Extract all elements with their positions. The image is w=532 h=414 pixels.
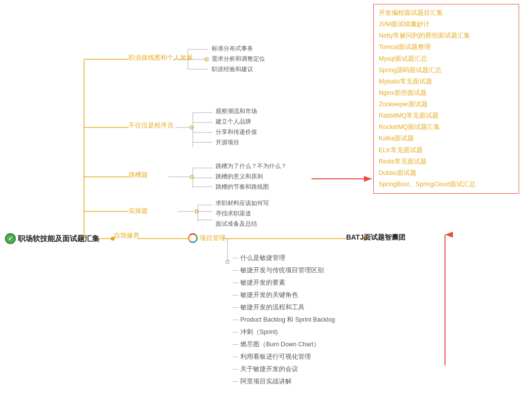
batj-item-4: Mysql面试题汇总 [379, 53, 514, 65]
pm-item-1: 敏捷开发与传统项目管理区别 [227, 264, 335, 277]
batj-node: BATJ面试题智囊团 [346, 233, 405, 242]
shicao-subs: 求职材料应该如何写 寻找求职渠道 面试准备及总结 [216, 199, 269, 228]
batj-item-6: Mybatis常见面试题 [379, 76, 514, 87]
bujin-subs: 观察潮流和市场 建立个人品牌 分享和传递价值 开源项目 [216, 107, 257, 147]
svg-point-29 [195, 210, 199, 213]
pm-item-7: 燃尽图（Burn Down Chart） [227, 338, 335, 351]
root-label: 职场软技能及面试题汇集 [18, 234, 99, 244]
pm-item-9: 关于敏捷开发的会议 [227, 363, 335, 375]
batj-item-11: Kafka面试题 [379, 133, 514, 144]
pm-item-8: 利用看板进行可视化管理 [227, 351, 335, 363]
batj-item-12: ELK常见面试题 [379, 145, 514, 156]
batj-item-7: Nginx那些面试题 [379, 87, 514, 99]
pm-item-2: 敏捷开发的要素 [227, 277, 335, 289]
batj-item-3: Tomcat面试题整理 [379, 41, 514, 53]
pm-item-0: 什么是敏捷管理 [227, 252, 335, 264]
ziwo-node: 自我修养 [114, 231, 139, 240]
tiaocao-branch: 跳槽篇 [129, 170, 148, 179]
pm-item-5: Product Backlog 和 Sprint Backlog [227, 314, 335, 326]
xiangmu-node: 项目管理 [188, 233, 225, 243]
zhiye-subs: 标准分布式事务 需求分析和调整定位 职涯经验和建议 [212, 44, 265, 74]
spinner-icon [188, 233, 198, 243]
pm-item-3: 敏捷开发的关键角色 [227, 289, 335, 301]
batj-item-0: 开发编程面试题目汇集 [379, 7, 514, 19]
batj-item-9: RabbitMQ常见面试题 [379, 110, 514, 122]
batj-box: 开发编程面试题目汇集 JVM面试锦囊妙计 Netty常被问到的那些面试题汇集 T… [373, 4, 519, 194]
batj-item-15: SpringBoot、SpringCloud面试汇总 [379, 179, 514, 190]
pm-item-10: 阿里项目实战讲解 [227, 375, 335, 388]
root-icon: ✓ [5, 233, 16, 244]
pm-item-6: 冲刺（Sprint) [227, 326, 335, 338]
batj-item-1: JVM面试锦囊妙计 [379, 19, 514, 30]
pm-item-4: 敏捷开发的流程和工具 [227, 301, 335, 314]
svg-point-27 [190, 175, 194, 179]
batj-item-8: Zookeeper面试题 [379, 99, 514, 110]
bujin-branch: 不仅仅是程序员 [129, 121, 174, 130]
svg-point-21 [190, 126, 194, 129]
svg-point-13 [205, 58, 209, 61]
tiaocao-subs: 跳槽为了什么？不为什么？ 跳槽的意义和原则 跳槽的节奏和路线图 [216, 162, 287, 191]
batj-item-14: Dubbo面试题 [379, 167, 514, 179]
root-node: ✓ 职场软技能及面试题汇集 [5, 233, 99, 244]
shicao-branch: 实操篇 [129, 207, 148, 215]
pm-items-list: 什么是敏捷管理 敏捷开发与传统项目管理区别 敏捷开发的要素 敏捷开发的关键角色 … [227, 252, 335, 388]
batj-item-2: Netty常被问到的那些面试题汇集 [379, 30, 514, 41]
batj-item-5: Spring源码面试题汇总 [379, 65, 514, 76]
batj-item-13: Redis常见面试题 [379, 156, 514, 167]
mind-map: ✓ 职场软技能及面试题汇集 自我修养 项目管理 BATJ面试题智囊团 职业路线图… [0, 0, 532, 414]
batj-item-10: RocketMQ面试题汇集 [379, 122, 514, 133]
zhiye-branch: 职业路线图和个人发展 [129, 53, 193, 62]
